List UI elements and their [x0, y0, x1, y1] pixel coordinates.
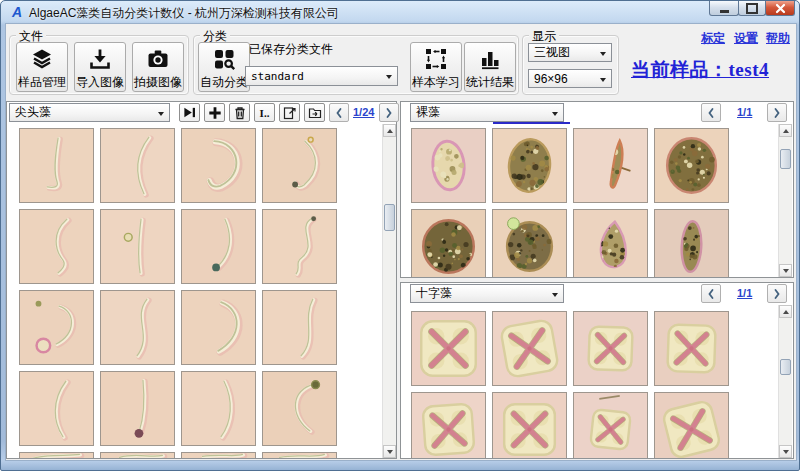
next-page-button[interactable] — [767, 284, 787, 303]
import-images-label: 导入图像 — [76, 76, 124, 88]
bar-chart-icon — [478, 47, 502, 71]
species-select-left[interactable]: 尖头藻 — [9, 103, 170, 122]
algae-thumbnail[interactable] — [411, 392, 486, 458]
algae-thumbnail[interactable] — [492, 209, 567, 277]
auto-classify-button[interactable]: 自动分类 — [198, 42, 250, 92]
scrollbar-left[interactable] — [382, 124, 396, 458]
algae-thumbnail[interactable] — [262, 290, 337, 365]
capture-images-button[interactable]: 拍摄图像 — [132, 42, 184, 92]
prev-page-button[interactable] — [329, 103, 349, 122]
algae-thumbnail[interactable] — [654, 128, 729, 203]
algae-thumbnail[interactable] — [181, 371, 256, 446]
play-continue-button[interactable] — [179, 103, 200, 122]
next-page-button[interactable] — [767, 103, 787, 122]
move-to-folder-button[interactable] — [304, 103, 325, 122]
minimize-button[interactable] — [709, 1, 739, 16]
algae-thumbnail[interactable] — [19, 209, 94, 284]
algae-thumbnail[interactable] — [19, 452, 94, 458]
sample-manage-button[interactable]: 样品管理 — [16, 42, 68, 92]
algae-thumbnail[interactable] — [181, 290, 256, 365]
thumbnail-grid-left — [7, 124, 396, 458]
scroll-down-button[interactable] — [383, 445, 396, 458]
algae-thumbnail[interactable] — [654, 209, 729, 277]
settings-link[interactable]: 设置 — [734, 30, 758, 47]
algae-thumbnail[interactable] — [262, 128, 337, 203]
algae-thumbnail[interactable] — [181, 209, 256, 284]
scrollbar-bottom-right[interactable] — [778, 305, 792, 458]
chevron-down-icon — [386, 75, 392, 79]
help-link[interactable]: 帮助 — [766, 30, 790, 47]
species-select-bottom-right[interactable]: 十字藻 — [410, 284, 564, 303]
algae-thumbnail[interactable] — [492, 128, 567, 203]
chevron-down-icon — [600, 78, 606, 82]
page-indicator-bottom-right[interactable]: 1/1 — [737, 287, 752, 299]
rename-button[interactable]: I.. — [254, 103, 275, 122]
algae-thumbnail[interactable] — [19, 371, 94, 446]
thumb-size-select[interactable]: 96×96 — [528, 69, 612, 88]
chevron-left-icon — [707, 288, 715, 300]
algae-thumbnail[interactable] — [19, 128, 94, 203]
algae-thumbnail[interactable] — [181, 452, 256, 458]
algae-thumbnail[interactable] — [262, 371, 337, 446]
algae-thumbnail[interactable] — [411, 311, 486, 386]
algae-thumbnail[interactable] — [573, 209, 648, 277]
algae-thumbnail[interactable] — [181, 128, 256, 203]
scroll-thumb[interactable] — [780, 149, 791, 169]
algae-thumbnail[interactable] — [262, 209, 337, 284]
species-select-top-right[interactable]: 裸藻 — [410, 103, 564, 122]
current-sample-link[interactable]: 当前样品：test4 — [631, 57, 797, 83]
saved-file-select[interactable]: standard — [245, 66, 398, 86]
app-icon: A — [9, 4, 25, 20]
algae-thumbnail[interactable] — [100, 128, 175, 203]
algae-thumbnail[interactable] — [100, 290, 175, 365]
algae-thumbnail[interactable] — [411, 209, 486, 277]
algae-thumbnail[interactable] — [411, 128, 486, 203]
delete-button[interactable] — [229, 103, 250, 122]
scroll-up-button[interactable] — [779, 124, 792, 137]
scroll-thumb[interactable] — [384, 204, 395, 231]
prev-page-button[interactable] — [701, 284, 721, 303]
thumbnail-grid-top-right — [401, 124, 793, 277]
prev-page-button[interactable] — [701, 103, 721, 122]
algae-thumbnail[interactable] — [573, 392, 648, 458]
scroll-down-button[interactable] — [779, 445, 792, 458]
stats-result-button[interactable]: 统计结果 — [464, 42, 516, 92]
scroll-thumb[interactable] — [780, 359, 791, 375]
import-images-button[interactable]: 导入图像 — [74, 42, 126, 92]
maximize-button[interactable] — [738, 1, 766, 16]
chevron-left-icon — [335, 107, 343, 119]
add-button[interactable] — [204, 103, 225, 122]
plus-icon — [208, 106, 222, 120]
next-page-button[interactable] — [379, 103, 399, 122]
sample-manage-label: 样品管理 — [18, 76, 66, 88]
algae-thumbnail[interactable] — [19, 290, 94, 365]
view-mode-select[interactable]: 三视图 — [528, 43, 612, 62]
page-indicator-top-right[interactable]: 1/1 — [737, 106, 752, 118]
export-image-button[interactable] — [279, 103, 300, 122]
scroll-up-button[interactable] — [383, 124, 396, 137]
algae-thumbnail[interactable] — [100, 209, 175, 284]
thumbnail-grid-bottom-right — [401, 305, 793, 458]
thumb-size-value: 96×96 — [534, 72, 568, 86]
app-window: A AlgaeAC藻类自动分类计数仪 - 杭州万深检测科技有限公司 文件 样品管… — [0, 0, 800, 471]
maximize-icon — [746, 3, 758, 14]
algae-thumbnail[interactable] — [573, 311, 648, 386]
algae-thumbnail[interactable] — [654, 392, 729, 458]
scroll-up-button[interactable] — [779, 305, 792, 318]
scroll-down-button[interactable] — [779, 264, 792, 277]
algae-thumbnail[interactable] — [100, 371, 175, 446]
calibrate-link[interactable]: 标定 — [701, 30, 725, 47]
algae-thumbnail[interactable] — [492, 311, 567, 386]
scrollbar-top-right[interactable] — [778, 124, 792, 277]
algae-thumbnail[interactable] — [573, 128, 648, 203]
close-button[interactable] — [765, 1, 795, 16]
sample-learning-button[interactable]: 样本学习 — [410, 42, 462, 92]
window-controls — [710, 1, 795, 16]
minimize-icon — [720, 10, 729, 13]
algae-thumbnail[interactable] — [100, 452, 175, 458]
page-indicator-left[interactable]: 1/24 — [353, 106, 374, 118]
algae-thumbnail[interactable] — [654, 311, 729, 386]
algae-thumbnail[interactable] — [492, 392, 567, 458]
algae-thumbnail[interactable] — [262, 452, 337, 458]
file-group: 文件 样品管理 导入图像 拍摄图像 — [9, 35, 189, 95]
